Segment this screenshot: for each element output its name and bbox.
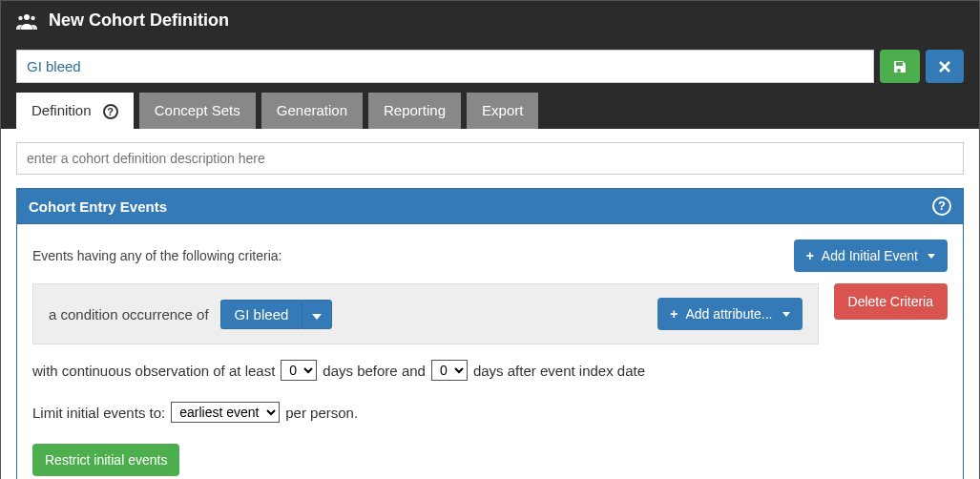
limit-pre: Limit initial events to: [32,405,165,421]
restrict-initial-events-button[interactable]: Restrict initial events [32,444,179,476]
button-label: Add attribute... [685,306,772,322]
svg-point-2 [31,15,34,19]
limit-post: per person. [285,405,358,421]
criteria-intro: Events having any of the following crite… [32,248,281,263]
close-button[interactable] [926,50,964,83]
days-before-select[interactable]: 0 [281,360,317,381]
help-icon[interactable]: ? [932,197,951,216]
limit-events-row: Limit initial events to: earliest event … [32,402,358,423]
panel-title: Cohort Entry Events [29,198,167,215]
obs-pre: with continuous observation of at least [32,363,275,379]
description-input[interactable] [16,142,964,175]
header-title: New Cohort Definition [49,10,229,31]
tab-label: Definition [31,102,92,118]
cohort-icon [16,12,37,30]
obs-mid: days before and [323,363,426,379]
tabs: Definition ? Concept Sets Generation Rep… [1,93,979,129]
button-label: Add Initial Event [822,248,918,263]
observation-window-row: with continuous observation of at least … [32,360,645,381]
tab-reporting[interactable]: Reporting [368,93,461,129]
days-after-select[interactable]: 0 [431,360,468,381]
chevron-down-icon[interactable] [302,300,332,329]
close-icon [938,60,951,73]
tab-concept-sets[interactable]: Concept Sets [139,93,256,129]
entry-events-panel: Cohort Entry Events ? Events having any … [16,188,964,479]
tab-export[interactable]: Export [467,93,538,129]
limit-select[interactable]: earliest event [171,402,280,423]
delete-criteria-button[interactable]: Delete Criteria [834,283,948,320]
save-icon [892,59,907,74]
svg-point-1 [18,15,22,19]
save-button[interactable] [880,50,920,83]
add-initial-event-button[interactable]: Add Initial Event [794,240,948,272]
plus-icon [806,248,816,263]
name-bar [1,40,979,93]
condition-prefix: a condition occurrence of [49,306,209,323]
cohort-name-input[interactable] [16,50,874,83]
tab-definition[interactable]: Definition ? [16,93,134,129]
help-icon[interactable]: ? [103,104,118,119]
obs-post: days after event index date [473,363,645,379]
concept-set-selector[interactable]: GI bleed [220,300,333,329]
tab-generation[interactable]: Generation [261,93,363,129]
svg-point-0 [24,14,30,20]
concept-set-label: GI bleed [220,300,302,329]
plus-icon [670,306,679,322]
criteria-box: a condition occurrence of GI bleed Add a… [32,283,819,344]
header-bar: New Cohort Definition [1,1,979,40]
add-attribute-button[interactable]: Add attribute... [657,298,802,330]
panel-header: Cohort Entry Events ? [17,189,963,224]
